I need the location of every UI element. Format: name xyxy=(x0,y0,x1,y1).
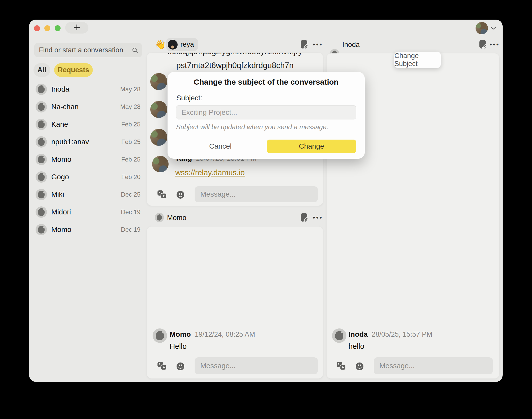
conversation-date: Dec 19 xyxy=(121,208,140,216)
message-input[interactable] xyxy=(195,186,318,202)
note-edit-icon xyxy=(478,39,487,50)
emoji-button[interactable] xyxy=(176,190,185,199)
message-header: Momo19/12/24, 08:25 AM xyxy=(170,330,255,339)
conversation-date: May 28 xyxy=(120,86,140,93)
contact-avatar xyxy=(36,84,47,95)
contact-avatar xyxy=(36,154,47,165)
search-input[interactable] xyxy=(34,43,142,57)
conversation-item[interactable]: MikiDec 25 xyxy=(34,186,142,203)
tab-all[interactable]: All xyxy=(34,63,50,77)
note-edit-icon xyxy=(300,212,308,223)
conversation-date: Feb 25 xyxy=(121,138,140,146)
more-options-icon[interactable]: ••• xyxy=(311,39,324,50)
message-input[interactable] xyxy=(195,357,318,374)
conversation-name: Midori xyxy=(51,208,121,216)
conversation-item[interactable]: npub1:anavFeb 25 xyxy=(34,133,142,151)
contact-avatar xyxy=(36,189,47,200)
close-window-button[interactable] xyxy=(34,25,40,31)
npub-line-clipped: k6t6qjqtrnpagzlygn1wf3o6yhzlxhvmjry xyxy=(147,53,323,56)
conversation-name: Momo xyxy=(51,225,121,234)
message-avatar xyxy=(150,101,167,118)
conversation-item[interactable]: MomoFeb 25 xyxy=(34,151,142,168)
message-avatar xyxy=(332,328,346,343)
subject-label: Subject: xyxy=(176,94,202,102)
conversation-date: Feb 20 xyxy=(121,173,140,181)
plus-icon xyxy=(73,24,80,32)
conversation-name: Na-chan xyxy=(51,103,120,111)
smiley-icon xyxy=(176,362,185,371)
chat-avatar-reya xyxy=(168,40,178,50)
conversation-date: Dec 25 xyxy=(121,191,140,198)
cancel-button[interactable]: Cancel xyxy=(201,140,240,153)
conversation-name: Gogo xyxy=(51,173,121,181)
chat-title-momo[interactable]: Momo xyxy=(167,214,186,222)
conversation-item[interactable]: KaneFeb 25 xyxy=(34,116,142,133)
attach-media-button[interactable] xyxy=(157,190,167,199)
conversation-item[interactable]: GogoFeb 20 xyxy=(34,168,142,186)
app-window: All Requests InodaMay 28 Na-chanMay 28 K… xyxy=(29,20,503,382)
wave-emoji: 👋 xyxy=(155,39,166,50)
message-header: Inoda28/05/25, 15:57 PM xyxy=(348,330,432,339)
minimize-window-button[interactable] xyxy=(44,25,50,31)
conversation-item[interactable]: MomoDec 19 xyxy=(34,221,142,238)
message-input[interactable] xyxy=(374,357,493,374)
chat-avatar-momo xyxy=(155,213,164,222)
change-button[interactable]: Change xyxy=(267,140,356,153)
message-avatar xyxy=(153,328,167,343)
change-subject-button[interactable] xyxy=(300,212,308,223)
conversation-item[interactable]: Na-chanMay 28 xyxy=(34,98,142,116)
emoji-button[interactable] xyxy=(355,362,364,371)
smiley-icon xyxy=(176,190,185,199)
change-subject-button[interactable] xyxy=(478,39,487,50)
contact-avatar xyxy=(36,119,47,130)
media-icon xyxy=(157,190,167,199)
conversation-date: May 28 xyxy=(120,103,140,110)
message-avatar xyxy=(150,129,167,146)
chevron-down-icon[interactable] xyxy=(490,26,497,31)
note-edit-icon xyxy=(300,39,308,50)
chat-title-pill-reya[interactable]: reya xyxy=(166,38,198,51)
search-conversation xyxy=(34,43,142,57)
zoom-window-button[interactable] xyxy=(55,25,61,31)
chat-panel-momo: Momo19/12/24, 08:25 AM Hello xyxy=(147,227,323,378)
conversation-date: Feb 25 xyxy=(121,156,140,163)
media-icon xyxy=(336,362,346,371)
emoji-button[interactable] xyxy=(176,362,185,371)
message-text: hello xyxy=(348,342,364,351)
contact-avatar xyxy=(36,206,47,218)
relay-link[interactable]: wss://relay.damus.io xyxy=(175,168,245,177)
message-sender: Momo xyxy=(170,330,191,338)
account-avatar[interactable] xyxy=(476,22,488,34)
npub-line: pst7mta2t6wpjh0qfzkdrdgu8ch7n xyxy=(147,61,323,70)
message-text: Hello xyxy=(170,342,187,351)
message-avatar xyxy=(152,156,169,172)
chat-title-inoda[interactable]: Inoda xyxy=(342,41,360,49)
tab-requests[interactable]: Requests xyxy=(54,63,93,77)
attach-media-button[interactable] xyxy=(157,362,167,371)
change-subject-dialog: Change the subject of the conversation S… xyxy=(168,72,365,159)
new-conversation-button[interactable] xyxy=(65,22,88,34)
contact-avatar xyxy=(36,136,47,148)
conversation-name: Kane xyxy=(51,120,121,128)
tab-requests-label: Requests xyxy=(58,66,89,74)
more-options-icon[interactable]: ••• xyxy=(488,39,501,50)
screenshot-background: All Requests InodaMay 28 Na-chanMay 28 K… xyxy=(0,0,532,419)
conversation-date: Dec 19 xyxy=(121,226,140,233)
media-icon xyxy=(157,362,167,371)
more-options-icon[interactable]: ••• xyxy=(311,212,324,223)
smiley-icon xyxy=(355,362,364,371)
message-timestamp: 19/12/24, 08:25 AM xyxy=(195,331,255,338)
conversation-item[interactable]: InodaMay 28 xyxy=(34,80,142,98)
subject-input[interactable] xyxy=(176,105,356,119)
conversation-item[interactable]: MidoriDec 19 xyxy=(34,203,142,221)
chat-title-reya: reya xyxy=(180,41,194,49)
conversation-name: Inoda xyxy=(51,85,120,93)
tab-all-label: All xyxy=(37,66,46,74)
change-subject-button[interactable] xyxy=(300,39,308,50)
search-icon xyxy=(132,47,138,54)
message-sender: Inoda xyxy=(348,330,368,338)
attach-media-button[interactable] xyxy=(336,362,346,371)
dialog-hint: Subject will be updated when you send a … xyxy=(176,123,328,131)
message-avatar xyxy=(150,73,167,90)
dialog-title: Change the subject of the conversation xyxy=(168,78,365,86)
